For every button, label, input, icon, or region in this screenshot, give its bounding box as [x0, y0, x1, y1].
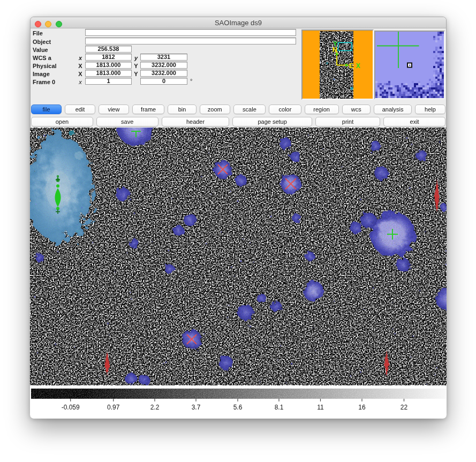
svg-text:8.1: 8.1 [275, 404, 284, 411]
svg-text:N: N [333, 46, 337, 54]
svg-text:3.7: 3.7 [192, 404, 201, 411]
svg-text:E: E [349, 62, 353, 70]
svg-text:0.97: 0.97 [107, 404, 120, 411]
svg-text:2.2: 2.2 [150, 404, 160, 411]
svg-text:-0.059: -0.059 [62, 404, 80, 411]
svg-text:11: 11 [317, 404, 324, 411]
svg-text:22: 22 [401, 404, 408, 411]
svg-text:5.6: 5.6 [233, 404, 243, 411]
svg-text:X: X [356, 62, 360, 70]
svg-text:16: 16 [358, 404, 366, 411]
